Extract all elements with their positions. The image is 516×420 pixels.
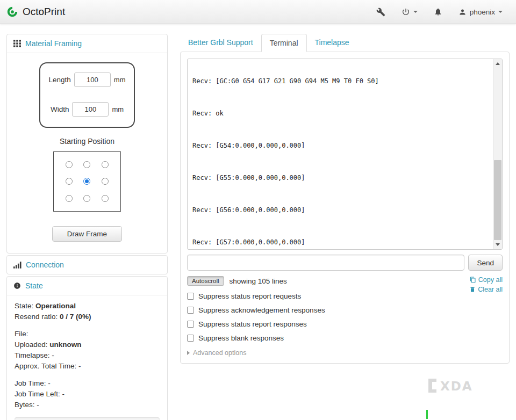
state-row: Approx. Total Time: -: [15, 361, 160, 372]
suppress-blank-responses-option: Suppress blank responses: [187, 334, 503, 342]
state-row: Timelapse: -: [15, 350, 160, 361]
terminal-actions: Copy all Clear all: [469, 276, 503, 293]
terminal-line: Recv: [G54:0.000,0.000,0.000]: [192, 140, 488, 151]
length-unit: mm: [114, 76, 126, 84]
settings-menu[interactable]: [368, 0, 393, 24]
system-menu[interactable]: [393, 0, 426, 24]
width-input[interactable]: [72, 102, 109, 117]
signal-icon: [13, 262, 22, 269]
connection-panel: Connection: [6, 255, 168, 274]
autoscroll-row: Autoscroll showing 105 lines: [187, 276, 503, 286]
advanced-options-toggle[interactable]: Advanced options: [187, 349, 503, 357]
command-row: Send: [187, 255, 503, 271]
top-navbar: OctoPrint phoenix: [0, 0, 516, 24]
state-body: State: Operational Resend ratio: 0 / 7 (…: [7, 295, 167, 420]
state-row: Bytes: -: [15, 400, 160, 410]
material-framing-body: Length mm Width mm Starting Position: [7, 53, 167, 253]
username-label: phoenix: [470, 8, 495, 16]
triangle-right-icon: [187, 351, 190, 355]
length-row: Length mm: [46, 73, 128, 87]
clear-all-link[interactable]: Clear all: [469, 286, 503, 293]
terminal-controls: Autoscroll showing 105 lines Copy all: [187, 276, 503, 357]
suppress-status-requests-option: Suppress status report requests: [187, 292, 503, 300]
state-row: Job Time Left: -: [15, 389, 160, 400]
state-row: File:: [15, 329, 160, 339]
bell-icon: [434, 8, 442, 16]
info-icon: [13, 282, 21, 289]
start-position-radio[interactable]: [83, 195, 90, 202]
tab-bar: Better Grbl Support Terminal Timelapse: [180, 34, 510, 52]
tab-timelapse[interactable]: Timelapse: [307, 34, 357, 52]
terminal-line: Recv: [GC:G0 G54 G17 G21 G90 G94 M5 M9 T…: [192, 76, 488, 86]
start-position-radio[interactable]: [66, 195, 73, 202]
terminal-line: Recv: [G57:0.000,0.000,0.000]: [192, 237, 488, 248]
state-row: Job Time: -: [15, 378, 160, 389]
screen-artifact: [426, 410, 428, 419]
copy-all-link[interactable]: Copy all: [470, 276, 503, 284]
command-input[interactable]: [187, 255, 464, 271]
terminal-line: Recv: [G55:0.000,0.000,0.000]: [192, 172, 488, 183]
grid-icon: [13, 40, 21, 47]
material-framing-header: Material Framing: [7, 34, 167, 53]
start-position-radio[interactable]: [66, 178, 73, 185]
start-position-radio[interactable]: [102, 178, 109, 185]
suppress-status-responses-checkbox[interactable]: [187, 321, 194, 328]
suppress-ack-responses-checkbox[interactable]: [187, 307, 194, 314]
send-button[interactable]: Send: [468, 255, 503, 271]
xda-logo-icon: XDA: [427, 378, 483, 394]
start-position-radio[interactable]: [102, 161, 109, 168]
suppress-options: Suppress status report requests Suppress…: [187, 292, 503, 342]
tab-better-grbl-support[interactable]: Better Grbl Support: [180, 34, 261, 52]
terminal-log: Recv: [GC:G0 G54 G17 G21 G90 G94 M5 M9 T…: [188, 59, 502, 250]
scroll-up-icon[interactable]: [493, 59, 502, 68]
terminal-output[interactable]: Recv: [GC:G0 G54 G17 G21 G90 G94 M5 M9 T…: [187, 59, 503, 250]
suppress-status-requests-checkbox[interactable]: [187, 293, 194, 300]
width-label: Width: [51, 105, 69, 113]
scroll-down-icon[interactable]: [493, 240, 502, 249]
brand-title: OctoPrint: [23, 6, 65, 18]
terminal-scrollbar[interactable]: [493, 59, 502, 249]
page-body: Material Framing Length mm Width mm Star…: [0, 24, 516, 420]
width-unit: mm: [112, 105, 124, 113]
width-row: Width mm: [46, 102, 128, 117]
user-menu[interactable]: phoenix: [450, 0, 511, 24]
terminal-line: Recv: [G56:0.000,0.000,0.000]: [192, 205, 488, 215]
svg-text:XDA: XDA: [440, 379, 473, 393]
line-count-label: showing 105 lines: [230, 277, 287, 285]
sidebar: Material Framing Length mm Width mm Star…: [6, 34, 168, 420]
state-row: Uploaded: unknown: [15, 339, 160, 350]
starting-position-grid: [53, 151, 121, 212]
draw-frame-button[interactable]: Draw Frame: [52, 226, 122, 242]
dimensions-box: Length mm Width mm: [39, 62, 135, 128]
autoscroll-button[interactable]: Autoscroll: [187, 276, 224, 286]
connection-title[interactable]: Connection: [26, 260, 64, 269]
state-title[interactable]: State: [25, 281, 43, 290]
state-panel: State State: Operational Resend ratio: 0…: [6, 276, 168, 420]
power-icon: [402, 8, 410, 16]
start-position-radio[interactable]: [83, 178, 90, 185]
suppress-blank-responses-checkbox[interactable]: [187, 335, 194, 342]
notifications-menu[interactable]: [426, 0, 450, 24]
state-row: Resend ratio: 0 / 7 (0%): [15, 312, 160, 322]
starting-position-label: Starting Position: [15, 137, 160, 146]
start-position-radio[interactable]: [83, 161, 90, 168]
material-framing-title[interactable]: Material Framing: [25, 39, 82, 48]
connection-header: Connection: [7, 256, 167, 274]
start-position-radio[interactable]: [66, 161, 73, 168]
scrollbar-thumb[interactable]: [494, 160, 501, 240]
wrench-icon: [376, 8, 385, 17]
caret-down-icon: [413, 11, 418, 13]
terminal-tab-panel: Recv: [GC:G0 G54 G17 G21 G90 G94 M5 M9 T…: [180, 52, 510, 364]
start-position-radio[interactable]: [102, 195, 109, 202]
caret-down-icon: [498, 11, 503, 13]
length-input[interactable]: [74, 73, 111, 87]
copy-icon: [470, 277, 476, 283]
tab-terminal[interactable]: Terminal: [261, 34, 307, 52]
trash-icon: [469, 286, 476, 293]
material-framing-panel: Material Framing Length mm Width mm Star…: [6, 34, 168, 254]
octoprint-brand[interactable]: OctoPrint: [6, 6, 65, 18]
user-icon: [458, 8, 467, 16]
octoprint-logo-icon: [6, 6, 18, 18]
xda-watermark: XDA: [180, 378, 483, 394]
print-progress-bar: [15, 417, 160, 420]
